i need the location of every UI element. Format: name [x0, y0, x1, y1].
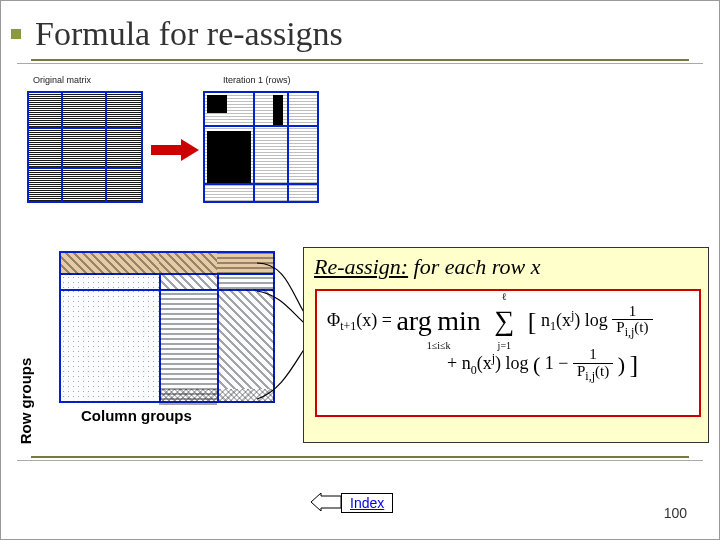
- index-arrow-icon: [311, 493, 341, 511]
- matrix-a: [27, 91, 143, 203]
- matrix-b-label: Iteration 1 (rows): [223, 75, 291, 85]
- callout-lead: Re-assign:: [314, 254, 408, 279]
- cluster-grid: [59, 251, 275, 403]
- n0-close: ) log: [495, 353, 533, 373]
- page-number: 100: [664, 505, 687, 521]
- one-minus: 1 −: [545, 353, 573, 373]
- sum-op: ∑ ℓ j=1: [494, 299, 514, 344]
- p2-t: (t): [595, 363, 609, 379]
- slide-title: Formula for re-assigns: [1, 1, 719, 53]
- p2-sub: i,j: [585, 369, 595, 383]
- index-link[interactable]: Index: [341, 493, 393, 513]
- eq: (x) =: [356, 310, 396, 330]
- frac2-den: Pi,j(t): [573, 364, 613, 383]
- title-rule: [31, 59, 689, 61]
- row-groups-label: Row groups: [17, 358, 34, 445]
- cluster-diagram: Row groups Column groups: [23, 251, 291, 451]
- paren-open: (: [533, 352, 540, 377]
- n1-argopen: (x: [556, 310, 571, 330]
- slide: Formula for re-assigns Original matrix I…: [0, 0, 720, 540]
- argmin-range: 1≤i≤k: [427, 338, 451, 354]
- column-groups-label: Column groups: [81, 407, 192, 424]
- n1: n: [541, 310, 550, 330]
- frac2-num: 1: [573, 347, 613, 364]
- matrix-a-label: Original matrix: [33, 75, 91, 85]
- matrix-b: [203, 91, 319, 203]
- callout-rest: for each row x: [408, 254, 540, 279]
- bracket-close: ]: [630, 350, 639, 379]
- phi-sub: t+1: [340, 319, 356, 333]
- footer-rule: [31, 456, 689, 458]
- argmin-op: arg min 1≤i≤k: [396, 299, 480, 344]
- phi: Φ: [327, 310, 340, 330]
- paren-close: ): [618, 352, 625, 377]
- frac2: 1 Pi,j(t): [573, 347, 613, 382]
- frac1-num: 1: [612, 304, 652, 321]
- plus-n0: + n: [447, 353, 471, 373]
- n1-close: ) log: [574, 310, 612, 330]
- title-bullet: [11, 29, 21, 39]
- sum-top: ℓ: [502, 289, 507, 305]
- sum-bot: j=1: [498, 338, 511, 354]
- transform-arrow-icon: [151, 139, 199, 161]
- argmin-text: arg min: [396, 305, 480, 336]
- matrix-figure: Original matrix Iteration 1 (rows): [23, 73, 323, 211]
- formula-box: Φt+1(x) = arg min 1≤i≤k ∑ ℓ j=1 [ n1(xj)…: [315, 289, 701, 417]
- bracket-open: [: [528, 307, 537, 336]
- frac1: 1 Pi,j(t): [612, 304, 652, 339]
- frac1-den: Pi,j(t): [612, 320, 652, 339]
- footer-rule-outer: [17, 460, 703, 461]
- title-rule-outer: [17, 63, 703, 64]
- callout-heading: Re-assign: for each row x: [314, 254, 698, 280]
- p1-sub: i,j: [625, 325, 635, 339]
- n0-argopen: (x: [477, 353, 492, 373]
- p1: P: [616, 319, 624, 335]
- formula-row1: Φt+1(x) = arg min 1≤i≤k ∑ ℓ j=1 [ n1(xj)…: [327, 299, 689, 344]
- p1-t: (t): [634, 319, 648, 335]
